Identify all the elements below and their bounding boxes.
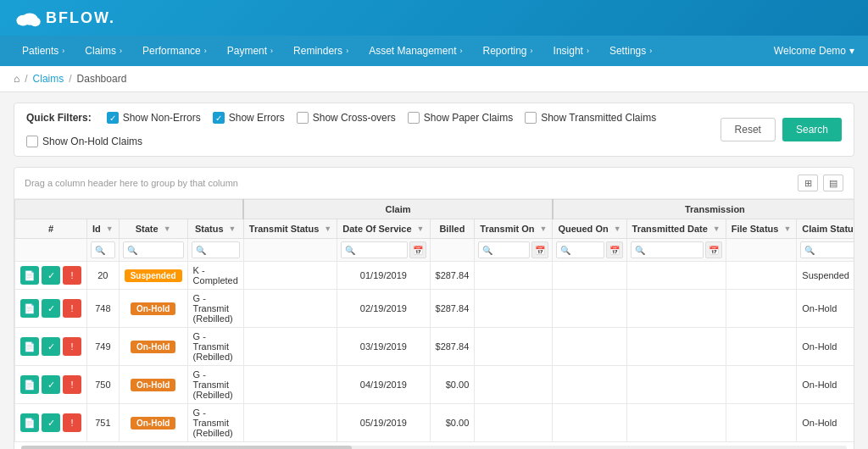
- filter-transmit-on[interactable]: 📅: [475, 239, 553, 262]
- nav-settings[interactable]: Settings ›: [601, 40, 660, 62]
- col-file-status-header[interactable]: File Status ▼: [726, 219, 797, 239]
- action-exclaim-button[interactable]: !: [63, 337, 81, 356]
- action-exclaim-button[interactable]: !: [63, 299, 81, 318]
- action-exclaim-button[interactable]: !: [63, 266, 81, 285]
- nav-asset-management[interactable]: Asset Management ›: [360, 40, 470, 62]
- col-dos-header[interactable]: Date Of Service ▼: [337, 219, 430, 239]
- filter-state-input[interactable]: [123, 241, 184, 258]
- nav-welcome[interactable]: Welcome Demo ▾: [774, 45, 854, 57]
- nav-reminders[interactable]: Reminders ›: [285, 40, 357, 62]
- col-status-header[interactable]: Status ▼: [187, 219, 243, 239]
- qf-onhold[interactable]: Show On-Hold Claims: [26, 136, 142, 147]
- col-trans-date-sort-icon[interactable]: ▼: [713, 224, 721, 233]
- filter-queued[interactable]: 📅: [553, 239, 626, 262]
- filter-file-status: [726, 239, 797, 262]
- breadcrumb-claims[interactable]: Claims: [33, 73, 64, 85]
- qf-paper[interactable]: Show Paper Claims: [408, 112, 513, 124]
- row-queued-on: [553, 328, 626, 366]
- col-id-sort-icon[interactable]: ▼: [106, 224, 114, 233]
- filter-dos[interactable]: 📅: [337, 239, 430, 262]
- filter-billed: [430, 239, 475, 262]
- action-check-button[interactable]: ✓: [42, 299, 60, 318]
- filter-state[interactable]: [119, 239, 187, 262]
- action-doc-button[interactable]: 📄: [20, 299, 39, 318]
- filter-trans-date-calendar[interactable]: 📅: [705, 241, 722, 258]
- col-file-status-sort-icon[interactable]: ▼: [783, 224, 791, 233]
- action-doc-button[interactable]: 📄: [20, 266, 39, 285]
- search-button[interactable]: Search: [782, 118, 842, 141]
- qf-paper-checkbox[interactable]: [408, 112, 420, 124]
- qf-crossovers[interactable]: Show Cross-overs: [297, 112, 396, 124]
- nav-reporting[interactable]: Reporting ›: [475, 40, 542, 62]
- nav-insight[interactable]: Insight ›: [545, 40, 598, 62]
- qf-crossovers-checkbox[interactable]: [297, 112, 309, 124]
- col-status-sort-icon[interactable]: ▼: [229, 224, 236, 233]
- filter-trans-date[interactable]: 📅: [626, 239, 726, 262]
- filter-queued-calendar[interactable]: 📅: [606, 241, 623, 258]
- col-queued-sort-icon[interactable]: ▼: [614, 224, 621, 233]
- col-hash: #: [15, 219, 87, 239]
- columns-icon-button[interactable]: ▤: [823, 175, 843, 191]
- filter-id[interactable]: [87, 239, 120, 262]
- col-state-sort-icon[interactable]: ▼: [164, 224, 171, 233]
- nav-reporting-label: Reporting: [483, 45, 527, 57]
- scrollbar-thumb[interactable]: [21, 446, 352, 449]
- action-doc-button[interactable]: 📄: [20, 375, 39, 394]
- col-transmit-on-sort-icon[interactable]: ▼: [539, 224, 547, 233]
- action-check-button[interactable]: ✓: [42, 413, 60, 432]
- nav-performance[interactable]: Performance ›: [134, 40, 215, 62]
- filter-claim-status-input[interactable]: [800, 241, 854, 258]
- col-transmit-status-header[interactable]: Transmit Status ▼: [243, 219, 337, 239]
- nav-items: Patients › Claims › Performance › Paymen…: [14, 40, 660, 62]
- qf-transmitted-checkbox[interactable]: [525, 112, 537, 124]
- row-billed: $287.84: [430, 262, 475, 290]
- home-icon[interactable]: ⌂: [14, 73, 19, 85]
- qf-transmitted[interactable]: Show Transmitted Claims: [525, 112, 656, 124]
- horizontal-scrollbar[interactable]: [21, 446, 847, 449]
- row-queued-on: [553, 262, 626, 290]
- filter-trans-date-input[interactable]: [631, 241, 704, 258]
- action-doc-button[interactable]: 📄: [20, 337, 39, 356]
- nav-payment[interactable]: Payment ›: [219, 40, 281, 62]
- action-exclaim-button[interactable]: !: [63, 413, 81, 432]
- qf-errors[interactable]: ✓ Show Errors: [213, 112, 285, 124]
- qf-non-errors-checkbox[interactable]: ✓: [107, 112, 119, 124]
- nav-claims[interactable]: Claims ›: [76, 40, 131, 62]
- qf-onhold-label: Show On-Hold Claims: [42, 136, 142, 147]
- reset-button[interactable]: Reset: [721, 118, 776, 141]
- col-transmit-status-sort-icon[interactable]: ▼: [324, 224, 331, 233]
- nav-patients[interactable]: Patients ›: [14, 40, 73, 62]
- filter-hash: [15, 239, 87, 262]
- qf-onhold-checkbox[interactable]: [26, 136, 38, 147]
- filter-dos-input[interactable]: [341, 241, 407, 258]
- action-check-button[interactable]: ✓: [42, 266, 60, 285]
- table-drag-hint: Drag a column header here to group by th…: [14, 168, 854, 199]
- action-check-button[interactable]: ✓: [42, 337, 60, 356]
- action-check-button[interactable]: ✓: [42, 375, 60, 394]
- col-dos-sort-icon[interactable]: ▼: [417, 224, 425, 233]
- col-claim-status-header[interactable]: Claim Status ▼: [797, 219, 854, 239]
- filter-id-input[interactable]: [91, 241, 115, 258]
- row-transmit-on: [475, 262, 553, 290]
- col-transmit-on-header[interactable]: Transmit On ▼: [475, 219, 553, 239]
- filter-transmit-on-calendar[interactable]: 📅: [531, 241, 548, 258]
- export-icon-button[interactable]: ⊞: [798, 175, 818, 191]
- col-id-header[interactable]: Id ▼: [87, 219, 120, 239]
- col-queued-header[interactable]: Queued On ▼: [553, 219, 626, 239]
- filter-queued-input[interactable]: [556, 241, 604, 258]
- qf-errors-checkbox[interactable]: ✓: [213, 112, 225, 124]
- row-id: 20: [87, 262, 120, 290]
- filter-status-input[interactable]: [192, 241, 240, 258]
- qf-label: Quick Filters:: [26, 112, 92, 124]
- filter-transmit-on-input[interactable]: [478, 241, 530, 258]
- row-billed: $0.00: [430, 366, 475, 404]
- filter-status[interactable]: [187, 239, 243, 262]
- qf-non-errors[interactable]: ✓ Show Non-Errors: [107, 112, 201, 124]
- filter-dos-calendar[interactable]: 📅: [409, 241, 426, 258]
- col-state-header[interactable]: State ▼: [119, 219, 187, 239]
- col-trans-date-header[interactable]: Transmitted Date ▼: [626, 219, 726, 239]
- filter-claim-status[interactable]: [797, 239, 854, 262]
- action-doc-button[interactable]: 📄: [20, 413, 39, 432]
- drag-hint-text: Drag a column header here to group by th…: [25, 178, 238, 188]
- action-exclaim-button[interactable]: !: [63, 375, 81, 394]
